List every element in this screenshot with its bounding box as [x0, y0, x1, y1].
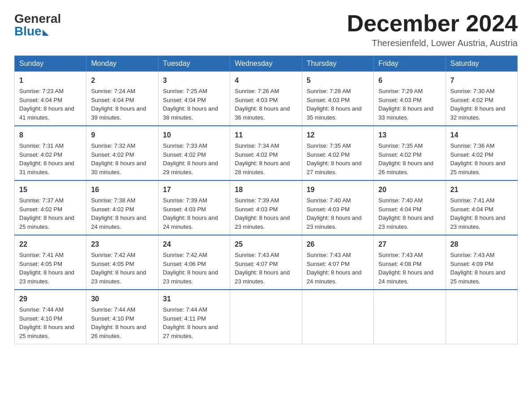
day-cell-27: 27Sunrise: 7:43 AMSunset: 4:08 PMDayligh…: [374, 235, 446, 290]
day-cell-31: 31Sunrise: 7:44 AMSunset: 4:11 PMDayligh…: [158, 290, 230, 344]
day-cell-9: 9Sunrise: 7:32 AMSunset: 4:02 PMDaylight…: [86, 126, 158, 180]
logo: General Blue: [14, 13, 61, 38]
day-number: 4: [235, 75, 297, 86]
day-cell-18: 18Sunrise: 7:39 AMSunset: 4:03 PMDayligh…: [230, 180, 302, 235]
day-number: 9: [91, 130, 153, 141]
day-cell-10: 10Sunrise: 7:33 AMSunset: 4:02 PMDayligh…: [158, 126, 230, 180]
weekday-header-sunday: Sunday: [15, 56, 86, 72]
day-number: 1: [19, 75, 82, 86]
day-number: 7: [450, 75, 513, 86]
day-number: 5: [307, 75, 369, 86]
day-number: 14: [450, 130, 513, 141]
day-cell-3: 3Sunrise: 7:25 AMSunset: 4:04 PMDaylight…: [158, 72, 230, 126]
day-cell-4: 4Sunrise: 7:26 AMSunset: 4:03 PMDaylight…: [230, 72, 302, 126]
weekday-header-tuesday: Tuesday: [158, 56, 230, 72]
day-cell-23: 23Sunrise: 7:42 AMSunset: 4:05 PMDayligh…: [86, 235, 158, 290]
day-cell-13: 13Sunrise: 7:35 AMSunset: 4:02 PMDayligh…: [374, 126, 446, 180]
day-cell-16: 16Sunrise: 7:38 AMSunset: 4:02 PMDayligh…: [86, 180, 158, 235]
week-row-2: 8Sunrise: 7:31 AMSunset: 4:02 PMDaylight…: [15, 126, 518, 180]
day-cell-24: 24Sunrise: 7:42 AMSunset: 4:06 PMDayligh…: [158, 235, 230, 290]
day-number: 23: [91, 239, 153, 250]
day-cell-12: 12Sunrise: 7:35 AMSunset: 4:02 PMDayligh…: [302, 126, 373, 180]
empty-cell: [302, 290, 373, 344]
day-number: 10: [163, 130, 225, 141]
calendar-table: SundayMondayTuesdayWednesdayThursdayFrid…: [14, 56, 518, 344]
day-cell-15: 15Sunrise: 7:37 AMSunset: 4:02 PMDayligh…: [15, 180, 86, 235]
day-number: 25: [235, 239, 297, 250]
day-number: 2: [91, 75, 153, 86]
day-number: 6: [378, 75, 441, 86]
logo-triangle-icon: [43, 30, 49, 36]
day-cell-28: 28Sunrise: 7:43 AMSunset: 4:09 PMDayligh…: [446, 235, 517, 290]
week-row-4: 22Sunrise: 7:41 AMSunset: 4:05 PMDayligh…: [15, 235, 518, 290]
day-cell-21: 21Sunrise: 7:41 AMSunset: 4:04 PMDayligh…: [446, 180, 517, 235]
day-number: 22: [19, 239, 82, 250]
day-cell-22: 22Sunrise: 7:41 AMSunset: 4:05 PMDayligh…: [15, 235, 86, 290]
month-title: December 2024: [347, 11, 518, 36]
day-cell-14: 14Sunrise: 7:36 AMSunset: 4:02 PMDayligh…: [446, 126, 517, 180]
day-cell-5: 5Sunrise: 7:28 AMSunset: 4:03 PMDaylight…: [302, 72, 373, 126]
day-cell-17: 17Sunrise: 7:39 AMSunset: 4:03 PMDayligh…: [158, 180, 230, 235]
day-number: 27: [378, 239, 441, 250]
day-number: 30: [91, 294, 153, 304]
day-cell-25: 25Sunrise: 7:43 AMSunset: 4:07 PMDayligh…: [230, 235, 302, 290]
day-number: 11: [235, 130, 297, 141]
day-cell-29: 29Sunrise: 7:44 AMSunset: 4:10 PMDayligh…: [15, 290, 86, 344]
day-cell-19: 19Sunrise: 7:40 AMSunset: 4:03 PMDayligh…: [302, 180, 373, 235]
day-number: 3: [163, 75, 225, 86]
empty-cell: [446, 290, 517, 344]
day-number: 17: [163, 184, 225, 195]
week-row-5: 29Sunrise: 7:44 AMSunset: 4:10 PMDayligh…: [15, 290, 518, 344]
week-row-1: 1Sunrise: 7:23 AMSunset: 4:04 PMDaylight…: [15, 72, 518, 126]
day-number: 28: [450, 239, 513, 250]
logo-general-text: General: [14, 13, 61, 25]
day-cell-26: 26Sunrise: 7:43 AMSunset: 4:07 PMDayligh…: [302, 235, 373, 290]
day-number: 31: [163, 294, 225, 304]
day-cell-30: 30Sunrise: 7:44 AMSunset: 4:10 PMDayligh…: [86, 290, 158, 344]
day-number: 13: [378, 130, 441, 141]
day-number: 29: [19, 294, 82, 304]
weekday-header-wednesday: Wednesday: [230, 56, 302, 72]
day-number: 18: [235, 184, 297, 195]
day-number: 26: [307, 239, 369, 250]
day-cell-20: 20Sunrise: 7:40 AMSunset: 4:04 PMDayligh…: [374, 180, 446, 235]
page-header: General Blue December 2024 Theresienfeld…: [14, 11, 518, 48]
title-area: December 2024 Theresienfeld, Lower Austr…: [347, 11, 518, 48]
weekday-header-row: SundayMondayTuesdayWednesdayThursdayFrid…: [15, 56, 518, 72]
day-cell-11: 11Sunrise: 7:34 AMSunset: 4:02 PMDayligh…: [230, 126, 302, 180]
day-number: 20: [378, 184, 441, 195]
day-cell-1: 1Sunrise: 7:23 AMSunset: 4:04 PMDaylight…: [15, 72, 86, 126]
logo-blue-text: Blue: [14, 25, 42, 38]
location-subtitle: Theresienfeld, Lower Austria, Austria: [347, 38, 518, 48]
day-number: 21: [450, 184, 513, 195]
week-row-3: 15Sunrise: 7:37 AMSunset: 4:02 PMDayligh…: [15, 180, 518, 235]
empty-cell: [374, 290, 446, 344]
weekday-header-thursday: Thursday: [302, 56, 373, 72]
weekday-header-friday: Friday: [374, 56, 446, 72]
day-cell-2: 2Sunrise: 7:24 AMSunset: 4:04 PMDaylight…: [86, 72, 158, 126]
day-cell-7: 7Sunrise: 7:30 AMSunset: 4:02 PMDaylight…: [446, 72, 517, 126]
day-cell-6: 6Sunrise: 7:29 AMSunset: 4:03 PMDaylight…: [374, 72, 446, 126]
empty-cell: [230, 290, 302, 344]
day-number: 15: [19, 184, 82, 195]
day-number: 12: [307, 130, 369, 141]
weekday-header-monday: Monday: [86, 56, 158, 72]
day-cell-8: 8Sunrise: 7:31 AMSunset: 4:02 PMDaylight…: [15, 126, 86, 180]
day-number: 19: [307, 184, 369, 195]
day-number: 8: [19, 130, 82, 141]
day-number: 16: [91, 184, 153, 195]
day-number: 24: [163, 239, 225, 250]
weekday-header-saturday: Saturday: [446, 56, 517, 72]
